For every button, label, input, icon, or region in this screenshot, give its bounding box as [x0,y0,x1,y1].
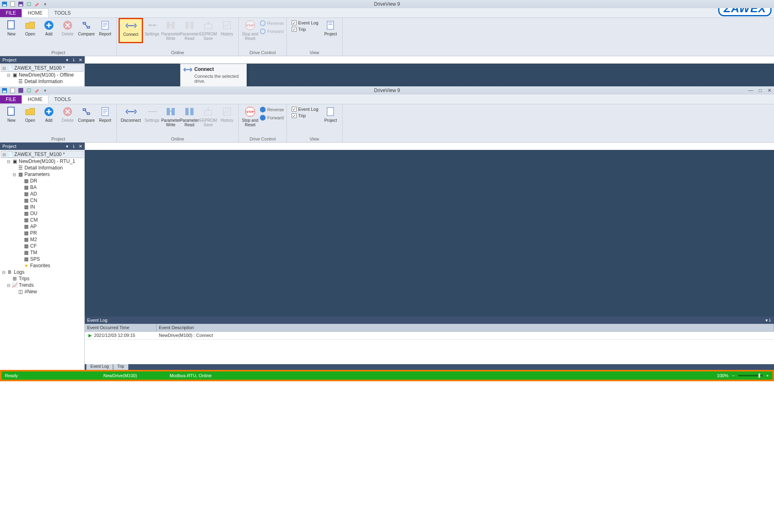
save-icon[interactable] [2,88,7,93]
connect-button[interactable]: Connect [119,19,142,42]
save-icon[interactable] [18,1,24,7]
disconnect-button[interactable]: Disconnect [119,105,142,128]
tab-home[interactable]: HOME [22,9,48,18]
svg-rect-27 [18,88,23,93]
tree-trips[interactable]: ⊞Trips [1,275,84,282]
compare-icon [81,20,92,31]
new-file-icon[interactable] [10,1,15,7]
tree-root[interactable]: ⊟📄ZAWEX_TEST_M100 * [1,64,84,72]
maximize-icon[interactable]: □ [759,88,762,93]
col-desc[interactable]: Event Description [156,324,774,331]
svg-rect-15 [167,22,170,29]
tree-param-dr[interactable]: ▦DR [1,178,84,184]
tab-trip[interactable]: Trip [113,364,128,370]
group-label-drive-control: Drive Control [241,136,284,142]
save-icon[interactable] [18,88,24,93]
delete-button: Delete [59,19,77,42]
tree-param-ba[interactable]: ▦BA [1,184,84,191]
settings-button: Settings [143,19,161,42]
tab-file[interactable]: FILE [0,95,22,103]
tab-file[interactable]: FILE [0,9,22,17]
trip-checkbox[interactable]: ✓Trip [292,113,319,118]
svg-rect-29 [8,107,14,115]
col-time[interactable]: Event Occurred Time [85,324,156,331]
report-button[interactable]: Report [96,19,114,42]
edit-icon[interactable] [26,1,32,7]
edit-icon[interactable] [26,88,32,93]
tab-tools[interactable]: TOOLS [48,9,76,17]
edit-pencil-icon[interactable] [34,88,40,93]
tree-param-sps[interactable]: ▦SPS [1,256,84,262]
tree-new-trend[interactable]: ◫#New [1,288,84,295]
compare-button[interactable]: Compare [77,105,95,128]
new-file-icon[interactable] [10,88,15,93]
tree-parameters[interactable]: ⊟▦Parameters [1,171,84,178]
eventlog-checkbox[interactable]: ✓Event Log [292,20,319,25]
tree-root[interactable]: ⊟📄ZAWEX_TEST_M100 * [1,151,84,158]
tab-eventlog[interactable]: Event Log [86,364,113,370]
new-button[interactable]: New [2,105,20,128]
pin-icon[interactable]: ⇂ [72,144,75,149]
tree-param-ou[interactable]: ▦OU [1,210,84,217]
qat-dropdown-icon[interactable]: ▾ [42,88,48,93]
trip-checkbox[interactable]: ✓Trip [292,27,319,32]
forward-button[interactable]: Forward [260,115,284,121]
tree-trends[interactable]: ⊟📈Trends [1,282,84,288]
forward-button: Forward [260,29,284,34]
close-icon[interactable]: ✕ [79,57,82,63]
tree-param-cf[interactable]: ▦CF [1,243,84,249]
tree-param-pr[interactable]: ▦PR [1,230,84,236]
tree-detail[interactable]: ☰Detail Information [1,165,84,171]
zoom-in-icon[interactable]: + [766,373,769,378]
pin-icon[interactable]: ⇂ [72,57,75,63]
tree-param-ap[interactable]: ▦AP [1,223,84,230]
tree-detail[interactable]: ☰Detail Information [1,78,84,85]
parameter-read-button[interactable]: Parameter Read [180,105,198,128]
svg-point-12 [132,25,134,26]
tree-favorites[interactable]: ★Favorites [1,262,84,269]
eventlog-checkbox[interactable]: ✓Event Log [292,107,319,112]
compare-button[interactable]: Compare [77,19,95,42]
connect-tooltip: Connect Connects the selected drive. [180,64,247,88]
tree-param-m2[interactable]: ▦M2 [1,236,84,243]
tab-tools[interactable]: TOOLS [48,95,76,103]
new-button[interactable]: New [2,19,20,42]
close-window-icon[interactable]: ✕ [767,88,772,93]
qat-dropdown-icon[interactable]: ▾ [42,1,48,7]
param-group-icon: ▦ [23,185,29,190]
trends-icon: 📈 [12,283,18,288]
reverse-button[interactable]: Reverse [260,107,284,112]
panel-menu-icon[interactable]: ▾ [66,144,68,149]
tree-param-tm[interactable]: ▦TM [1,249,84,256]
tree-logs[interactable]: ⊟🗎Logs [1,269,84,275]
add-button[interactable]: Add [40,105,58,128]
close-icon[interactable]: ✕ [79,144,82,149]
ribbon-top: New Open Add Delete Compare Report Proje… [0,18,774,56]
parameter-write-button[interactable]: Parameter Write [162,105,180,128]
tree-param-cn[interactable]: ▦CN [1,197,84,204]
tree-param-in[interactable]: ▦IN [1,204,84,210]
project-view-button[interactable]: Project [322,19,340,42]
group-label-project: Project [2,50,114,56]
zoom-out-icon[interactable]: − [732,373,735,378]
pin-icon[interactable]: ⇂ [768,318,772,323]
group-label-drive-control: Drive Control [241,50,284,56]
tree-param-cm[interactable]: ▦CM [1,217,84,223]
edit-pencil-icon[interactable] [34,1,40,7]
panel-menu-icon[interactable]: ▾ [66,57,68,63]
zoom-slider[interactable] [738,375,763,376]
tab-home[interactable]: HOME [22,95,48,104]
project-view-button[interactable]: Project [322,105,340,128]
history-icon [221,20,233,31]
tree-drive[interactable]: ⊟▣NewDrive(M100) - Offline [1,72,84,78]
save-icon[interactable] [2,1,7,7]
open-button[interactable]: Open [21,19,39,42]
add-button[interactable]: Add [40,19,58,42]
eventlog-row[interactable]: ▶ 2021/12/03 12:09:15 NewDrive(M100) : C… [85,332,774,340]
open-button[interactable]: Open [21,105,39,128]
report-button[interactable]: Report [96,105,114,128]
stop-reset-button[interactable]: STOPStop and Reset [241,105,259,128]
tree-param-ad[interactable]: ▦AD [1,191,84,197]
minimize-icon[interactable]: — [748,88,753,93]
tree-drive[interactable]: ⊟▣NewDrive(M100) - RTU_1 [1,158,84,165]
